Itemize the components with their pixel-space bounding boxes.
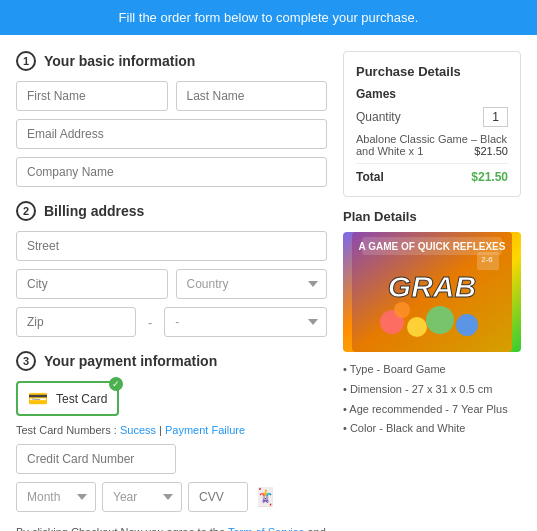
svg-text:A GAME OF QUICK REFLEXES: A GAME OF QUICK REFLEXES <box>359 241 506 252</box>
purchase-details-box: Purchase Details Games Quantity 1 Abalon… <box>343 51 521 197</box>
plan-image: A GAME OF QUICK REFLEXES GRAB 2-6 <box>343 232 521 352</box>
email-input[interactable] <box>16 119 327 149</box>
left-panel: 1 Your basic information 2 Billi <box>16 51 327 531</box>
card-back-icon: 🃏 <box>254 486 276 508</box>
success-link[interactable]: Sucess <box>120 424 156 436</box>
zip-select[interactable]: - <box>164 307 327 337</box>
terms-prefix: By clicking Checkout Now you agree to th… <box>16 526 228 531</box>
purchase-details-title: Purchase Details <box>356 64 508 79</box>
detail-color: Color - Black and White <box>343 419 521 439</box>
section-basic-info: 1 Your basic information <box>16 51 327 187</box>
section2-number: 2 <box>16 201 36 221</box>
zip-row: - - <box>16 307 327 337</box>
svg-point-5 <box>407 317 427 337</box>
section2-label: Billing address <box>44 203 144 219</box>
tos-link[interactable]: Term of Service <box>228 526 304 531</box>
test-card-selector[interactable]: 💳 Test Card ✓ <box>16 381 119 416</box>
page-wrapper: Fill the order form below to complete yo… <box>0 0 537 531</box>
section-billing: 2 Billing address Country - - <box>16 201 327 337</box>
content-area: 1 Your basic information 2 Billi <box>0 35 537 531</box>
cvv-input[interactable] <box>188 482 248 512</box>
pd-total-row: Total $21.50 <box>356 163 508 184</box>
cc-number-input[interactable] <box>16 444 176 474</box>
test-card-numbers-label: Test Card Numbers : <box>16 424 120 436</box>
pd-quantity-row: Quantity 1 <box>356 107 508 127</box>
svg-point-7 <box>456 314 478 336</box>
section3-number: 3 <box>16 351 36 371</box>
month-select[interactable]: Month <box>16 482 96 512</box>
plan-details: Plan Details A GAME OF Q <box>343 209 521 439</box>
plan-details-list: Type - Board Game Dimension - 27 x 31 x … <box>343 360 521 439</box>
company-row <box>16 157 327 187</box>
pd-category: Games <box>356 87 508 101</box>
section1-title: 1 Your basic information <box>16 51 327 71</box>
pd-product-name: Abalone Classic Game – Black and White x… <box>356 133 508 157</box>
section3-label: Your payment information <box>44 353 217 369</box>
plan-details-title: Plan Details <box>343 209 521 224</box>
cc-number-row <box>16 444 327 474</box>
payment-failure-link[interactable]: Payment Failure <box>165 424 245 436</box>
pd-total-amount: $21.50 <box>471 170 508 184</box>
detail-type: Type - Board Game <box>343 360 521 380</box>
right-panel: Purchase Details Games Quantity 1 Abalon… <box>343 51 521 531</box>
section1-number: 1 <box>16 51 36 71</box>
test-card-label: Test Card <box>56 392 107 406</box>
pd-product-price: $21.50 <box>474 145 508 157</box>
pd-quantity-label: Quantity <box>356 110 401 124</box>
terms-and: and <box>307 526 325 531</box>
first-name-input[interactable] <box>16 81 168 111</box>
email-row <box>16 119 327 149</box>
plan-image-svg: A GAME OF QUICK REFLEXES GRAB 2-6 <box>352 232 512 352</box>
last-name-input[interactable] <box>176 81 328 111</box>
street-input[interactable] <box>16 231 327 261</box>
city-country-row: Country <box>16 269 327 299</box>
section-payment: 3 Your payment information 💳 Test Card ✓… <box>16 351 327 512</box>
test-card-numbers-row: Test Card Numbers : Sucess | Payment Fai… <box>16 424 327 436</box>
section1-label: Your basic information <box>44 53 195 69</box>
terms-text: By clicking Checkout Now you agree to th… <box>16 526 327 531</box>
city-input[interactable] <box>16 269 168 299</box>
section3-title: 3 Your payment information <box>16 351 327 371</box>
zip-separator: - <box>144 307 156 337</box>
year-select[interactable]: Year <box>102 482 182 512</box>
svg-text:GRAB: GRAB <box>388 270 476 303</box>
zip-input[interactable] <box>16 307 136 337</box>
credit-card-icon: 💳 <box>28 389 48 408</box>
detail-dimension: Dimension - 27 x 31 x 0.5 cm <box>343 380 521 400</box>
detail-age: Age recommended - 7 Year Plus <box>343 400 521 420</box>
cc-expiry-row: Month Year 🃏 <box>16 482 327 512</box>
svg-point-8 <box>394 302 410 318</box>
svg-point-6 <box>426 306 454 334</box>
check-badge: ✓ <box>109 377 123 391</box>
company-input[interactable] <box>16 157 327 187</box>
top-banner: Fill the order form below to complete yo… <box>0 0 537 35</box>
pd-quantity-value: 1 <box>483 107 508 127</box>
pd-total-label: Total <box>356 170 384 184</box>
name-row <box>16 81 327 111</box>
street-row <box>16 231 327 261</box>
country-select[interactable]: Country <box>176 269 328 299</box>
svg-rect-10 <box>477 252 499 270</box>
banner-text: Fill the order form below to complete yo… <box>119 10 419 25</box>
section2-title: 2 Billing address <box>16 201 327 221</box>
